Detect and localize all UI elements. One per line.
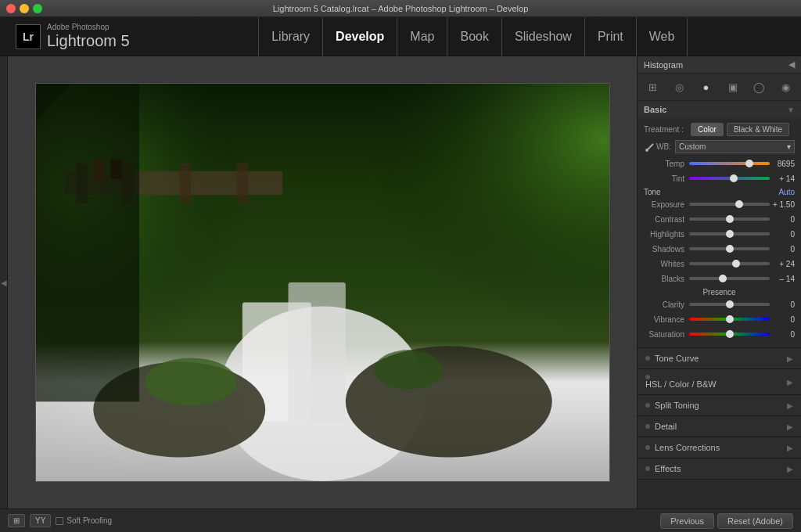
exposure-slider-track[interactable] bbox=[689, 203, 770, 206]
treatment-buttons: Color Black & White bbox=[691, 123, 789, 136]
detail-expand-icon[interactable]: ▶ bbox=[787, 422, 793, 431]
tone-curve-section[interactable]: Tone Curve ▶ bbox=[638, 348, 801, 369]
highlights-slider-track[interactable] bbox=[689, 232, 770, 235]
shadows-slider-thumb[interactable] bbox=[726, 245, 734, 253]
contrast-slider-row: Contrast 0 bbox=[644, 213, 795, 225]
contrast-value: 0 bbox=[770, 215, 795, 224]
effects-expand-icon[interactable]: ▶ bbox=[787, 465, 793, 473]
detail-section[interactable]: Detail ▶ bbox=[638, 416, 801, 437]
contrast-slider-thumb[interactable] bbox=[726, 215, 734, 223]
vibrance-slider-row: Vibrance 0 bbox=[644, 313, 795, 325]
svg-rect-12 bbox=[236, 164, 248, 203]
tone-curve-dot bbox=[645, 356, 650, 361]
gradient-tool-icon[interactable]: ◯ bbox=[751, 78, 768, 95]
tint-slider-track[interactable] bbox=[689, 177, 770, 180]
vibrance-slider-track[interactable] bbox=[689, 318, 770, 321]
crop-tool-icon[interactable]: ◎ bbox=[670, 78, 688, 95]
hsl-section[interactable]: HSL / Color / B&W ▶ bbox=[638, 369, 801, 395]
previous-button[interactable]: Previous bbox=[660, 513, 714, 529]
effects-section[interactable]: Effects ▶ bbox=[638, 458, 801, 480]
vibrance-slider-thumb[interactable] bbox=[726, 315, 734, 323]
split-toning-section[interactable]: Split Toning ▶ bbox=[638, 395, 801, 416]
redeye-tool-icon[interactable]: ▣ bbox=[724, 78, 742, 95]
right-panel: Histogram ◀ ⊞ ◎ ● ▣ ◯ ◉ Basic ▼ Treatmen… bbox=[637, 56, 801, 509]
nav-book[interactable]: Book bbox=[447, 17, 501, 56]
nav-develop[interactable]: Develop bbox=[323, 17, 397, 56]
histogram-header[interactable]: Histogram ◀ bbox=[638, 56, 801, 74]
soft-proofing-label: Soft Proofing bbox=[66, 516, 112, 525]
saturation-slider-track[interactable] bbox=[689, 332, 770, 336]
saturation-slider-thumb[interactable] bbox=[726, 330, 734, 338]
clarity-slider-row: Clarity 0 bbox=[644, 298, 795, 311]
clarity-slider-track[interactable] bbox=[689, 303, 770, 306]
blacks-slider-thumb[interactable] bbox=[719, 275, 727, 282]
highlights-slider-thumb[interactable] bbox=[726, 230, 734, 238]
maximize-button[interactable] bbox=[33, 4, 42, 13]
yy-view-button[interactable]: YY bbox=[30, 514, 51, 527]
basic-section-header[interactable]: Basic ▼ bbox=[638, 101, 801, 118]
wb-dropdown[interactable]: Custom ▾ bbox=[675, 140, 795, 153]
soft-proofing-checkbox[interactable] bbox=[56, 517, 63, 525]
lens-corrections-section[interactable]: Lens Corrections ▶ bbox=[638, 437, 801, 458]
hsl-label: HSL / Color / B&W bbox=[645, 379, 717, 389]
blacks-slider-row: Blacks – 14 bbox=[644, 272, 795, 285]
contrast-slider-track[interactable] bbox=[689, 217, 770, 221]
lens-corrections-label: Lens Corrections bbox=[655, 443, 720, 452]
reset-button[interactable]: Reset (Adobe) bbox=[717, 513, 793, 529]
auto-button[interactable]: Auto bbox=[778, 188, 795, 196]
bottom-bar: ⊞ YY Soft Proofing Previous Reset (Adobe… bbox=[0, 509, 801, 532]
lens-corrections-dot bbox=[645, 445, 650, 450]
soft-proofing-row: Soft Proofing bbox=[56, 516, 112, 525]
split-toning-expand-icon[interactable]: ▶ bbox=[787, 401, 793, 410]
basic-toggle-icon[interactable]: ▼ bbox=[787, 106, 795, 114]
whites-slider-track[interactable] bbox=[689, 262, 770, 265]
grid-tool-icon[interactable]: ⊞ bbox=[644, 78, 661, 95]
bw-treatment-btn[interactable]: Black & White bbox=[727, 123, 789, 136]
blacks-value: – 14 bbox=[770, 275, 795, 283]
nav-menu: Library Develop Map Book Slideshow Print… bbox=[161, 17, 785, 56]
whites-slider-thumb[interactable] bbox=[732, 260, 740, 268]
temp-slider-track[interactable] bbox=[689, 162, 770, 165]
temp-slider-row: Temp 8695 bbox=[644, 157, 795, 170]
lens-corrections-expand-icon[interactable]: ▶ bbox=[787, 444, 793, 452]
window-controls[interactable] bbox=[6, 4, 42, 13]
svg-rect-11 bbox=[179, 164, 191, 203]
histogram-label: Histogram bbox=[644, 60, 683, 70]
exposure-slider-thumb[interactable] bbox=[735, 200, 743, 208]
clarity-slider-thumb[interactable] bbox=[726, 300, 734, 308]
tone-curve-expand-icon[interactable]: ▶ bbox=[787, 354, 793, 363]
top-navigation: Lr Adobe Photoshop Lightroom 5 Library D… bbox=[0, 17, 801, 56]
heal-tool-icon[interactable]: ● bbox=[697, 78, 714, 95]
nav-map[interactable]: Map bbox=[397, 17, 447, 56]
nav-print[interactable]: Print bbox=[585, 17, 637, 56]
treatment-label: Treatment : bbox=[644, 125, 691, 134]
lr-icon: Lr bbox=[23, 31, 34, 43]
nav-slideshow[interactable]: Slideshow bbox=[502, 17, 585, 56]
wb-label: WB: bbox=[656, 142, 675, 151]
shadows-slider-track[interactable] bbox=[689, 247, 770, 250]
tint-slider-thumb[interactable] bbox=[730, 174, 738, 182]
svg-point-14 bbox=[145, 358, 236, 406]
hsl-expand-icon[interactable]: ▶ bbox=[787, 378, 793, 386]
grid-view-button[interactable]: ⊞ bbox=[8, 514, 25, 527]
nav-library[interactable]: Library bbox=[258, 17, 323, 56]
svg-point-19 bbox=[645, 149, 648, 152]
photo-scene bbox=[36, 84, 609, 481]
blacks-slider-track[interactable] bbox=[689, 277, 770, 280]
close-button[interactable] bbox=[6, 4, 16, 13]
histogram-collapse-icon[interactable]: ◀ bbox=[788, 59, 795, 70]
left-panel-toggle[interactable]: ◀ bbox=[1, 279, 7, 287]
nav-web[interactable]: Web bbox=[637, 17, 688, 56]
temp-value: 8695 bbox=[770, 160, 795, 168]
color-treatment-btn[interactable]: Color bbox=[691, 123, 724, 136]
tool-icons-row: ⊞ ◎ ● ▣ ◯ ◉ bbox=[638, 74, 801, 101]
whites-label: Whites bbox=[644, 260, 689, 268]
highlights-slider-row: Highlights 0 bbox=[644, 228, 795, 240]
contrast-label: Contrast bbox=[644, 215, 689, 224]
vibrance-value: 0 bbox=[770, 315, 795, 324]
temp-slider-thumb[interactable] bbox=[745, 160, 753, 167]
brush-tool-icon[interactable]: ◉ bbox=[778, 78, 795, 95]
minimize-button[interactable] bbox=[20, 4, 29, 13]
whites-value: + 24 bbox=[770, 260, 795, 268]
bottom-right-buttons: Previous Reset (Adobe) bbox=[660, 513, 793, 529]
